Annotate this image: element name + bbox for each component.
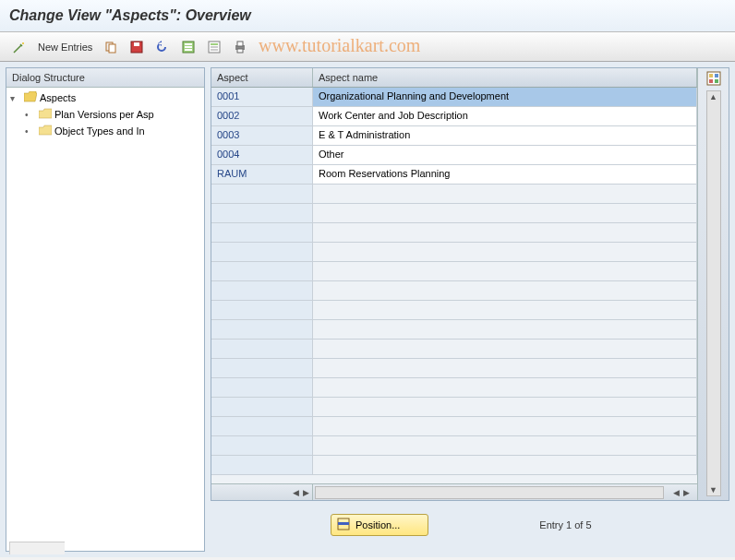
cell-aspect[interactable] xyxy=(211,262,313,280)
cell-aspect[interactable] xyxy=(211,204,313,222)
cell-aspect[interactable]: 0002 xyxy=(211,107,313,125)
scroll-track[interactable] xyxy=(315,486,664,499)
svg-rect-4 xyxy=(134,42,139,46)
cell-aspect[interactable]: 0001 xyxy=(211,88,313,106)
cell-aspect-name[interactable]: Room Reservations Planning xyxy=(313,165,697,184)
cell-aspect[interactable] xyxy=(211,281,313,300)
table-row[interactable] xyxy=(211,204,697,223)
page-title: Change View "Aspects": Overview xyxy=(0,0,735,32)
cell-aspect-name[interactable] xyxy=(313,223,697,242)
folder-open-icon xyxy=(24,91,37,104)
select-all-button[interactable] xyxy=(176,37,200,57)
table-row[interactable] xyxy=(211,223,697,243)
new-entries-label: New Entries xyxy=(38,42,92,53)
table-row[interactable]: RAUMRoom Reservations Planning xyxy=(211,165,697,185)
cell-aspect-name[interactable] xyxy=(313,417,697,435)
cell-aspect-name[interactable]: E & T Administration xyxy=(313,126,697,145)
expand-icon[interactable]: ▾ xyxy=(10,93,21,103)
table-row[interactable]: 0004Other xyxy=(211,146,697,165)
table-row[interactable] xyxy=(211,436,697,456)
undo-button[interactable] xyxy=(151,37,175,57)
cell-aspect-name[interactable]: Other xyxy=(313,146,697,164)
position-label: Position... xyxy=(355,519,400,530)
cell-aspect[interactable] xyxy=(211,456,313,474)
tree-label: Object Types and In xyxy=(54,125,145,137)
cell-aspect[interactable] xyxy=(211,301,313,319)
table-settings-button[interactable] xyxy=(705,70,722,87)
cell-aspect-name[interactable] xyxy=(313,340,697,358)
table-row[interactable]: 0001Organizational Planning and Developm… xyxy=(211,88,697,107)
cell-aspect[interactable] xyxy=(211,320,313,339)
cell-aspect-name[interactable] xyxy=(313,185,697,203)
vertical-scrollbar[interactable]: ▲ ▼ xyxy=(706,90,721,496)
svg-rect-8 xyxy=(185,49,192,51)
folder-closed-icon xyxy=(39,125,52,137)
cell-aspect[interactable] xyxy=(211,378,313,397)
svg-rect-2 xyxy=(109,44,115,53)
table-row[interactable] xyxy=(211,262,697,281)
cell-aspect-name[interactable] xyxy=(313,378,697,397)
cell-aspect[interactable] xyxy=(211,359,313,377)
cell-aspect-name[interactable]: Organizational Planning and Development xyxy=(313,88,697,106)
cell-aspect-name[interactable] xyxy=(313,204,697,222)
cell-aspect[interactable] xyxy=(211,185,313,203)
print-button[interactable] xyxy=(228,37,252,57)
scroll-right-icon[interactable]: ▶ xyxy=(302,487,310,498)
column-header-aspect[interactable]: Aspect xyxy=(211,68,313,87)
deselect-all-button[interactable] xyxy=(202,37,226,57)
horizontal-scrollbar[interactable]: ◀ ▶ ◀ ▶ xyxy=(211,483,697,500)
table-row[interactable]: 0002Work Center and Job Description xyxy=(211,107,697,126)
cell-aspect[interactable]: 0004 xyxy=(211,146,313,164)
cell-aspect[interactable] xyxy=(211,340,313,358)
table-body: 0001Organizational Planning and Developm… xyxy=(211,88,697,483)
scroll-right-end-icon[interactable]: ▶ xyxy=(682,487,691,498)
cell-aspect-name[interactable] xyxy=(313,359,697,377)
table-row[interactable] xyxy=(211,456,697,475)
copy-button[interactable] xyxy=(99,37,123,57)
cell-aspect[interactable]: RAUM xyxy=(211,165,313,184)
cell-aspect-name[interactable] xyxy=(313,456,697,474)
cell-aspect-name[interactable] xyxy=(313,320,697,339)
cell-aspect[interactable]: 0003 xyxy=(211,126,313,145)
table-row[interactable] xyxy=(211,281,697,301)
table-row[interactable] xyxy=(211,320,697,340)
cell-aspect[interactable] xyxy=(211,223,313,242)
cell-aspect[interactable] xyxy=(211,398,313,416)
table-row[interactable] xyxy=(211,185,697,204)
scroll-down-icon[interactable]: ▼ xyxy=(708,484,718,495)
scroll-left-end-icon[interactable]: ◀ xyxy=(672,487,681,498)
cell-aspect[interactable] xyxy=(211,243,313,261)
table-row[interactable] xyxy=(211,359,697,378)
column-header-name[interactable]: Aspect name xyxy=(313,68,697,87)
bullet-icon: • xyxy=(25,110,36,120)
table-row[interactable] xyxy=(211,417,697,436)
table-row[interactable] xyxy=(211,340,697,359)
print-icon xyxy=(233,40,247,54)
cell-aspect-name[interactable] xyxy=(313,262,697,280)
table-row[interactable]: 0003E & T Administration xyxy=(211,126,697,146)
cell-aspect[interactable] xyxy=(211,417,313,435)
tree-item-aspects[interactable]: ▾ Aspects xyxy=(6,89,204,106)
scroll-left-icon[interactable]: ◀ xyxy=(292,487,300,498)
tree-item-plan-versions[interactable]: • Plan Versions per Asp xyxy=(6,106,204,123)
cell-aspect[interactable] xyxy=(211,436,313,455)
table-row[interactable] xyxy=(211,301,697,320)
cell-aspect-name[interactable] xyxy=(313,398,697,416)
footer-row: Position... Entry 1 of 5 xyxy=(211,501,729,549)
position-icon xyxy=(337,518,350,532)
scroll-up-icon[interactable]: ▲ xyxy=(708,91,718,102)
cell-aspect-name[interactable] xyxy=(313,301,697,319)
cell-aspect-name[interactable] xyxy=(313,243,697,261)
cell-aspect-name[interactable] xyxy=(313,281,697,300)
tree-item-object-types[interactable]: • Object Types and In xyxy=(6,123,204,139)
toggle-button[interactable] xyxy=(7,37,31,57)
position-button[interactable]: Position... xyxy=(331,514,428,536)
table-row[interactable] xyxy=(211,243,697,262)
cell-aspect-name[interactable]: Work Center and Job Description xyxy=(313,107,697,125)
save-button[interactable] xyxy=(125,37,149,57)
new-entries-button[interactable]: New Entries xyxy=(33,39,97,55)
table-row[interactable] xyxy=(211,378,697,398)
cell-aspect-name[interactable] xyxy=(313,436,697,455)
tree-label: Plan Versions per Asp xyxy=(54,109,154,120)
table-row[interactable] xyxy=(211,398,697,417)
